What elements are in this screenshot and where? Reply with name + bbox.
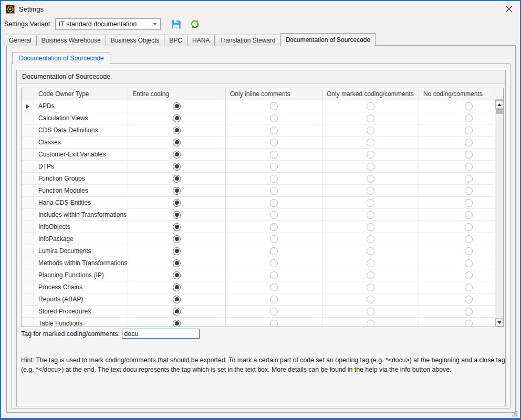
tab-general[interactable]: General	[4, 35, 37, 46]
row-selector-cell[interactable]	[22, 281, 34, 293]
code-owner-type-cell[interactable]: DTPs	[34, 161, 128, 173]
close-icon[interactable]	[505, 5, 513, 13]
radio-no-coding-comments[interactable]	[465, 247, 473, 255]
radio-only-inline-comments[interactable]	[270, 259, 278, 267]
settings-variant-dropdown[interactable]: IT standard documentation	[55, 18, 161, 30]
row-selector-cell[interactable]	[22, 306, 34, 318]
radio-no-coding-comments[interactable]	[465, 271, 473, 279]
radio-no-coding-comments[interactable]	[465, 284, 473, 291]
row-selector-cell[interactable]	[22, 269, 34, 281]
radio-only-marked-coding-comments[interactable]	[367, 211, 374, 219]
column-header-code-owner-type[interactable]: Code Owner Type	[34, 88, 128, 100]
row-selector-cell[interactable]	[22, 149, 34, 161]
code-owner-type-cell[interactable]: Process Chains	[34, 281, 128, 293]
code-owner-type-cell[interactable]: Calculation Views	[34, 112, 128, 124]
row-selector-cell[interactable]	[22, 136, 34, 149]
code-owner-type-cell[interactable]: Function Groups	[34, 173, 128, 185]
row-selector-cell[interactable]	[22, 293, 34, 306]
radio-entire-coding[interactable]	[173, 271, 181, 279]
code-owner-type-cell[interactable]: Reports (ABAP)	[34, 293, 128, 306]
radio-only-marked-coding-comments[interactable]	[367, 114, 374, 122]
radio-no-coding-comments[interactable]	[465, 175, 473, 183]
save-button[interactable]	[171, 19, 182, 29]
radio-only-marked-coding-comments[interactable]	[367, 320, 374, 327]
radio-only-marked-coding-comments[interactable]	[367, 175, 374, 183]
radio-only-inline-comments[interactable]	[270, 235, 278, 243]
radio-entire-coding[interactable]	[173, 235, 181, 243]
radio-no-coding-comments[interactable]	[465, 223, 473, 231]
radio-only-inline-comments[interactable]	[270, 163, 278, 171]
radio-only-marked-coding-comments[interactable]	[367, 223, 374, 231]
column-header-no-coding-comments[interactable]: No coding/comments	[419, 88, 504, 100]
radio-entire-coding[interactable]	[173, 247, 181, 255]
radio-only-inline-comments[interactable]	[270, 211, 278, 219]
radio-entire-coding[interactable]	[173, 259, 181, 267]
radio-no-coding-comments[interactable]	[465, 114, 473, 122]
tab-documentation-of-sourcecode[interactable]: Documentation of Sourcecode	[280, 33, 376, 46]
radio-no-coding-comments[interactable]	[465, 127, 473, 134]
radio-no-coding-comments[interactable]	[465, 296, 473, 303]
radio-only-inline-comments[interactable]	[270, 223, 278, 231]
radio-only-marked-coding-comments[interactable]	[367, 139, 374, 146]
code-owner-type-cell[interactable]: Stored Procedures	[34, 306, 128, 318]
inner-tab-documentation-of-sourcecode[interactable]: Documentation of Sourcecode	[12, 52, 110, 64]
radio-only-marked-coding-comments[interactable]	[367, 296, 374, 303]
radio-entire-coding[interactable]	[173, 139, 181, 146]
radio-only-marked-coding-comments[interactable]	[367, 127, 374, 134]
row-selector-cell[interactable]	[22, 245, 34, 257]
radio-only-marked-coding-comments[interactable]	[367, 259, 374, 267]
radio-only-inline-comments[interactable]	[270, 271, 278, 279]
resize-grip[interactable]	[512, 410, 518, 417]
radio-entire-coding[interactable]	[173, 199, 181, 207]
code-owner-type-cell[interactable]: Table Functions	[34, 318, 128, 328]
code-owner-type-cell[interactable]: Planning Functions (IP)	[34, 269, 128, 281]
row-selector-cell[interactable]	[22, 209, 34, 221]
radio-no-coding-comments[interactable]	[465, 235, 473, 243]
code-owner-type-cell[interactable]: Function Modules	[34, 185, 128, 197]
radio-only-inline-comments[interactable]	[270, 102, 278, 110]
code-owner-type-cell[interactable]: Hana CDS Entities	[34, 197, 128, 209]
column-header-entire-coding[interactable]: Entire coding	[128, 88, 226, 100]
tab-translation-steward[interactable]: Translation Steward	[214, 35, 280, 46]
radio-no-coding-comments[interactable]	[465, 199, 473, 207]
radio-no-coding-comments[interactable]	[465, 308, 473, 316]
radio-no-coding-comments[interactable]	[465, 163, 473, 171]
radio-entire-coding[interactable]	[173, 163, 181, 171]
tab-bpc[interactable]: BPC	[164, 35, 187, 46]
radio-only-inline-comments[interactable]	[270, 114, 278, 122]
column-header-only-inline-comments[interactable]: Only inline comments	[226, 88, 322, 100]
radio-only-marked-coding-comments[interactable]	[367, 163, 374, 171]
radio-entire-coding[interactable]	[173, 211, 181, 219]
code-owner-type-cell[interactable]: Customer-Exit Variables	[34, 149, 128, 161]
code-owner-type-cell[interactable]: Methods within Transformations	[34, 257, 128, 269]
radio-no-coding-comments[interactable]	[465, 139, 473, 146]
radio-only-marked-coding-comments[interactable]	[367, 199, 374, 207]
radio-entire-coding[interactable]	[173, 308, 181, 316]
radio-only-inline-comments[interactable]	[270, 187, 278, 195]
row-selector-cell[interactable]	[22, 161, 34, 173]
radio-entire-coding[interactable]	[173, 127, 181, 134]
radio-only-marked-coding-comments[interactable]	[367, 151, 374, 159]
tab-business-warehouse[interactable]: Business Warehouse	[36, 35, 106, 46]
tab-business-objects[interactable]: Business Objects	[106, 35, 165, 46]
radio-only-marked-coding-comments[interactable]	[367, 235, 374, 243]
radio-only-inline-comments[interactable]	[270, 247, 278, 255]
row-selector-cell[interactable]	[22, 257, 34, 269]
radio-only-marked-coding-comments[interactable]	[367, 271, 374, 279]
tab-hana[interactable]: HANA	[187, 35, 215, 46]
radio-entire-coding[interactable]	[173, 151, 181, 159]
row-selector-cell[interactable]	[22, 112, 34, 124]
row-selector-cell[interactable]	[22, 124, 34, 136]
radio-no-coding-comments[interactable]	[465, 102, 473, 110]
row-selector-cell[interactable]	[22, 221, 34, 233]
radio-only-inline-comments[interactable]	[270, 296, 278, 303]
radio-only-inline-comments[interactable]	[270, 199, 278, 207]
radio-entire-coding[interactable]	[173, 296, 181, 303]
radio-entire-coding[interactable]	[173, 114, 181, 122]
row-selector-cell[interactable]	[22, 185, 34, 197]
code-owner-type-cell[interactable]: Classes	[34, 136, 128, 149]
row-selector-cell[interactable]	[22, 197, 34, 209]
radio-entire-coding[interactable]	[173, 175, 181, 183]
code-owner-type-cell[interactable]: Lumira Documents	[34, 245, 128, 257]
code-owner-type-cell[interactable]: APDs	[34, 100, 128, 112]
